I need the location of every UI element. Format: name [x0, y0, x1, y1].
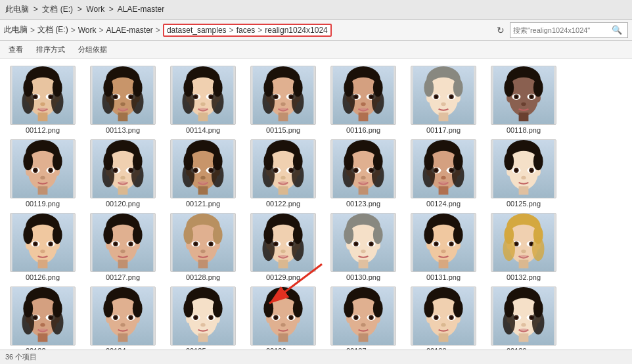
list-item[interactable]: 00116.png — [327, 66, 399, 134]
list-item[interactable]: 00138.png — [407, 286, 480, 350]
svg-point-336 — [373, 226, 383, 244]
list-item[interactable]: 00129.png — [247, 213, 319, 281]
list-item[interactable]: 00139.png — [487, 286, 560, 350]
svg-point-94 — [372, 89, 384, 114]
svg-point-433 — [290, 316, 292, 319]
list-item[interactable]: 00122.png — [247, 139, 319, 208]
svg-point-379 — [34, 316, 37, 319]
svg-rect-42 — [198, 112, 208, 121]
svg-point-30 — [120, 102, 125, 106]
svg-point-229 — [450, 169, 453, 171]
file-label: 00139.png — [507, 347, 541, 350]
list-item[interactable]: 00130.png — [327, 213, 399, 281]
svg-point-474 — [510, 298, 537, 315]
file-label: 00114.png — [186, 126, 220, 134]
svg-point-188 — [275, 169, 277, 171]
svg-point-48 — [210, 95, 212, 98]
group-button[interactable]: 分组依据 — [74, 43, 112, 57]
sort-button[interactable]: 排序方式 — [32, 43, 70, 57]
svg-point-138 — [40, 176, 45, 180]
list-item[interactable]: 00136.png — [247, 286, 319, 350]
file-grid: 00112.png 0 — [0, 59, 632, 350]
svg-point-280 — [129, 242, 132, 245]
list-item[interactable]: 00131.png — [407, 213, 480, 281]
view-button[interactable]: 查看 — [4, 43, 28, 57]
svg-point-75 — [292, 89, 304, 114]
svg-point-365 — [519, 255, 529, 259]
svg-rect-131 — [38, 186, 48, 194]
list-item[interactable]: 00126.png — [7, 213, 79, 281]
breadcrumb-item-pc[interactable]: 此电脑 — [4, 24, 28, 35]
list-item[interactable]: 00134.png — [87, 286, 159, 350]
breadcrumb-highlighted[interactable]: dataset_samples > faces > realign1024x10… — [163, 24, 332, 37]
svg-point-285 — [133, 226, 143, 244]
list-item[interactable]: 00125.png — [487, 139, 560, 208]
svg-point-179 — [183, 163, 195, 187]
svg-point-155 — [118, 181, 128, 185]
list-item[interactable]: 00124.png — [407, 139, 480, 208]
status-bar: 36 个项目 — [0, 350, 632, 364]
svg-point-442 — [350, 298, 377, 315]
svg-point-481 — [530, 316, 533, 319]
search-input[interactable] — [513, 26, 612, 34]
svg-point-67 — [290, 95, 292, 98]
breadcrumb-item-work[interactable]: Work — [78, 26, 97, 35]
breadcrumb-item-realign[interactable]: realign1024x1024 — [265, 26, 327, 35]
breadcrumb-item-alae[interactable]: ALAE-master — [106, 26, 153, 35]
svg-point-314 — [279, 255, 288, 259]
svg-point-438 — [293, 300, 303, 318]
svg-point-277 — [114, 242, 117, 245]
list-item[interactable]: 00115.png — [247, 66, 319, 134]
svg-point-11 — [40, 102, 45, 106]
svg-point-469 — [424, 300, 434, 318]
list-item[interactable]: 00133.png — [7, 286, 79, 350]
svg-point-313 — [281, 250, 285, 254]
svg-rect-258 — [38, 260, 48, 268]
svg-point-222 — [430, 151, 457, 168]
svg-rect-185 — [279, 186, 288, 194]
breadcrumb[interactable]: 此电脑 > 文档 (E:) > Work > ALAE-master > dat… — [4, 24, 332, 37]
svg-point-301 — [213, 226, 223, 244]
svg-point-410 — [190, 298, 217, 315]
svg-point-64 — [275, 95, 277, 98]
svg-point-363 — [530, 242, 533, 245]
svg-point-118 — [515, 95, 518, 98]
svg-point-449 — [370, 316, 372, 319]
svg-point-296 — [210, 242, 212, 245]
svg-point-74 — [263, 89, 275, 114]
list-item[interactable]: 00121.png — [167, 139, 239, 208]
svg-point-130 — [30, 151, 56, 168]
svg-point-312 — [290, 242, 292, 245]
list-item[interactable]: 00118.png — [487, 66, 560, 134]
search-box[interactable]: 🔍 — [510, 22, 628, 38]
breadcrumb-item-dataset[interactable]: dataset_samples — [167, 26, 227, 35]
list-item[interactable]: 00120.png — [87, 139, 159, 208]
breadcrumb-item-drive[interactable]: 文档 (E:) — [37, 24, 68, 35]
svg-point-335 — [344, 226, 353, 244]
svg-point-87 — [361, 102, 365, 106]
list-item[interactable]: 00128.png — [167, 213, 239, 281]
svg-rect-325 — [359, 260, 369, 268]
list-item[interactable]: 00132.png — [487, 213, 560, 281]
list-item[interactable]: 00117.png — [407, 66, 480, 134]
file-label: 00122.png — [266, 200, 300, 208]
list-item[interactable]: 00135.png — [167, 286, 239, 350]
svg-point-49 — [200, 102, 205, 106]
refresh-icon[interactable]: ↻ — [497, 25, 505, 35]
search-icon[interactable]: 🔍 — [612, 25, 622, 35]
list-item[interactable]: 00137.png — [327, 286, 399, 350]
svg-point-422 — [213, 300, 223, 318]
list-item[interactable]: 00119.png — [7, 139, 79, 208]
svg-point-98 — [430, 78, 457, 95]
list-item[interactable]: 00127.png — [87, 213, 159, 281]
list-item[interactable]: 00112.png — [7, 66, 79, 134]
list-item[interactable]: 00113.png — [87, 66, 159, 134]
list-item[interactable]: 00114.png — [167, 66, 239, 134]
list-item[interactable]: 00123.png — [327, 139, 399, 208]
file-label: 00117.png — [426, 126, 461, 134]
breadcrumb-item-faces[interactable]: faces — [237, 26, 256, 35]
svg-point-165 — [190, 151, 217, 168]
svg-point-383 — [40, 323, 45, 327]
svg-point-465 — [450, 316, 453, 319]
svg-point-389 — [22, 310, 35, 334]
